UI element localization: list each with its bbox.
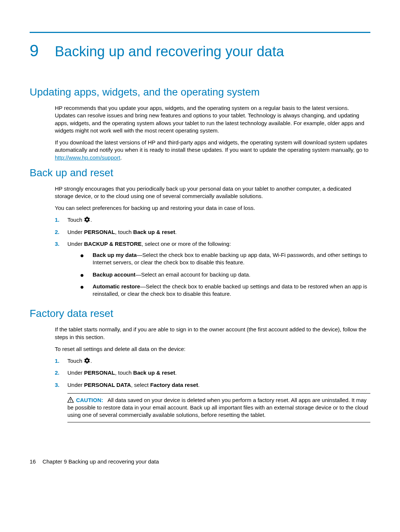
page-number: 16 xyxy=(30,458,36,465)
step1-prefix: Touch xyxy=(67,217,84,223)
t: . xyxy=(198,382,200,388)
section2-body: HP strongly encourages that you periodic… xyxy=(30,185,370,302)
t: PERSONAL xyxy=(84,369,115,376)
bullet-text: Backup account—Select an email account f… xyxy=(93,271,370,278)
t: , select one or more of the following: xyxy=(141,241,231,247)
step-text: Under PERSONAL DATA, select Factory data… xyxy=(67,381,370,389)
section3-steps: 1. Touch . 2. Under PERSONAL, touch Back… xyxy=(55,357,370,389)
step-text: Touch . xyxy=(67,357,370,365)
step-number: 1. xyxy=(55,216,67,224)
list-item: ● Automatic restore—Select the check box… xyxy=(80,283,370,298)
footer-text: Chapter 9 Backing up and recovering your… xyxy=(43,458,159,465)
t: Under xyxy=(67,382,84,388)
list-item: 2. Under PERSONAL, touch Back up & reset… xyxy=(55,228,370,236)
section-heading-backup-reset: Back up and reset xyxy=(30,166,370,180)
t: PERSONAL xyxy=(84,229,115,235)
section-heading-updating: Updating apps, widgets, and the operatin… xyxy=(30,85,370,99)
bullet-text: Automatic restore—Select the check box t… xyxy=(93,283,370,298)
bullet-icon: ● xyxy=(80,283,93,290)
section2-para1: HP strongly encourages that you periodic… xyxy=(55,185,370,200)
t: Back up & reset xyxy=(133,229,175,235)
t: PERSONAL DATA xyxy=(84,382,131,388)
step-text: Under PERSONAL, touch Back up & reset. xyxy=(67,228,370,236)
step-number: 1. xyxy=(55,357,67,365)
support-link[interactable]: http://www.hp.com/support xyxy=(55,154,120,161)
list-item: 1. Touch . xyxy=(55,216,370,224)
t: . xyxy=(175,369,177,376)
section3-para2: To reset all settings and delete all dat… xyxy=(55,345,370,353)
t: BACKUP & RESTORE xyxy=(84,241,141,247)
t: Back up & reset xyxy=(133,369,175,376)
t: , touch xyxy=(115,229,133,235)
step-text: Touch . xyxy=(67,216,370,224)
t: . xyxy=(175,229,177,235)
list-item: 3. Under BACKUP & RESTORE, select one or… xyxy=(55,240,370,302)
section1-body: HP recommends that you update your apps,… xyxy=(30,104,370,161)
t: —Select an email account for backing up … xyxy=(136,271,250,278)
section2-steps: 1. Touch . 2. Under PERSONAL, touch Back… xyxy=(55,216,370,302)
settings-icon xyxy=(84,216,90,223)
step1-suffix: . xyxy=(90,358,92,364)
step-number: 2. xyxy=(55,228,67,236)
t: , select xyxy=(131,382,150,388)
bullet-text: Back up my data—Select the check box to … xyxy=(93,251,370,267)
warning-icon xyxy=(67,397,74,402)
chapter-number: 9 xyxy=(30,40,55,61)
section3-body: If the tablet starts normally, and if yo… xyxy=(30,326,370,422)
step-number: 2. xyxy=(55,369,67,377)
t: Under xyxy=(67,229,84,235)
section-heading-factory-reset: Factory data reset xyxy=(30,307,370,321)
section3-para1: If the tablet starts normally, and if yo… xyxy=(55,326,370,341)
t: Under xyxy=(67,241,84,247)
list-item: 1. Touch . xyxy=(55,357,370,365)
t: , touch xyxy=(115,369,133,376)
step-text: Under PERSONAL, touch Back up & reset. xyxy=(67,369,370,377)
list-item: 3. Under PERSONAL DATA, select Factory d… xyxy=(55,381,370,389)
step1-prefix: Touch xyxy=(67,358,84,364)
top-rule xyxy=(30,32,370,33)
step-number: 3. xyxy=(55,240,67,248)
settings-icon xyxy=(84,357,90,364)
page-footer: 16Chapter 9 Backing up and recovering yo… xyxy=(30,458,370,465)
chapter-heading: 9 Backing up and recovering your data xyxy=(30,40,370,61)
t: Under xyxy=(67,369,84,376)
t: Automatic restore xyxy=(93,283,140,290)
t: Back up my data xyxy=(93,252,137,258)
section1-para2-prefix: If you download the latest versions of H… xyxy=(55,139,369,153)
svg-point-1 xyxy=(70,401,71,402)
chapter-title: Backing up and recovering your data xyxy=(55,42,284,61)
bullet-icon: ● xyxy=(80,251,93,259)
section1-para1: HP recommends that you update your apps,… xyxy=(55,104,370,134)
step-text: Under BACKUP & RESTORE, select one or mo… xyxy=(67,240,370,302)
t: Backup account xyxy=(93,271,136,278)
caution-box: CAUTION: All data saved on your device i… xyxy=(67,393,370,422)
step-number: 3. xyxy=(55,381,67,389)
section1-para2: If you download the latest versions of H… xyxy=(55,139,370,161)
step1-suffix: . xyxy=(90,217,92,223)
list-item: ● Back up my data—Select the check box t… xyxy=(80,251,370,267)
caution-text: All data saved on your device is deleted… xyxy=(67,397,368,418)
list-item: ● Backup account—Select an email account… xyxy=(80,271,370,278)
list-item: 2. Under PERSONAL, touch Back up & reset… xyxy=(55,369,370,377)
caution-label: CAUTION: xyxy=(76,397,103,403)
section2-bullets: ● Back up my data—Select the check box t… xyxy=(67,251,370,298)
section1-para2-suffix: . xyxy=(120,154,122,161)
t: Factory data reset xyxy=(150,382,198,388)
bullet-icon: ● xyxy=(80,271,93,278)
section2-para2: You can select preferences for backing u… xyxy=(55,204,370,212)
